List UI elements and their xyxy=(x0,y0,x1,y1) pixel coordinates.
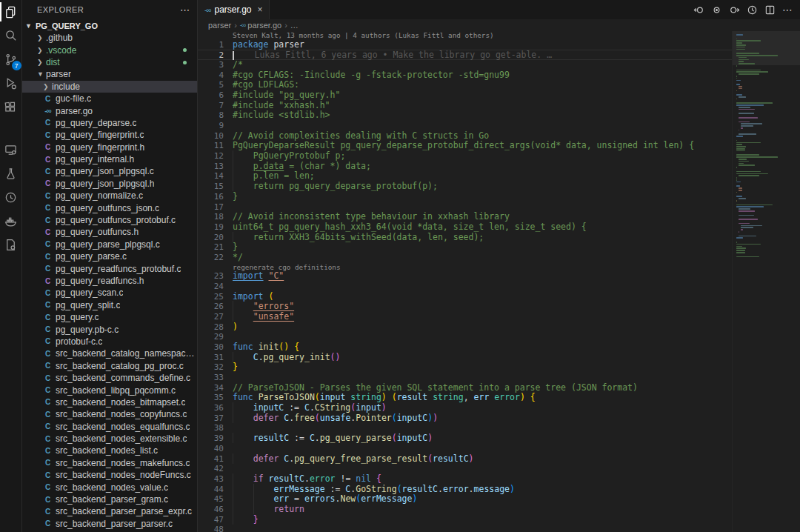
code-line-38[interactable]: 38 xyxy=(198,423,732,433)
code-line-17[interactable]: 17 xyxy=(198,202,732,213)
code-line-22[interactable]: 22*/ xyxy=(198,253,732,263)
code-line-35[interactable]: 35func ParseToJSON(input string) (result… xyxy=(198,393,732,403)
code-line-1[interactable]: 1package parser xyxy=(198,40,732,50)
tree-folder-.vscode[interactable]: ❯.vscode xyxy=(22,44,197,56)
code-line-3[interactable]: 3/* xyxy=(198,60,732,70)
code-line-47[interactable]: 47 } xyxy=(198,515,732,525)
testing-flask-icon[interactable] xyxy=(0,162,22,185)
code-line-16[interactable]: 16} xyxy=(198,192,732,202)
tree-file-pg_query.c[interactable]: Cpg_query.c xyxy=(22,311,197,323)
next-change-icon[interactable] xyxy=(729,4,740,16)
code-line-19[interactable]: 19uint64_t pg_query_hash_xxh3_64(void *d… xyxy=(198,222,732,233)
code-line-32[interactable]: 32} xyxy=(198,362,732,373)
tree-file-parser.go[interactable]: -∞parser.go xyxy=(22,104,197,116)
code-line-9[interactable]: 9 xyxy=(198,121,732,131)
code-line-40[interactable]: 40 xyxy=(198,444,732,454)
tree-file-pg_query_fingerprint.c[interactable]: Cpg_query_fingerprint.c xyxy=(22,129,197,141)
tree-file-pg_query_readfuncs_protobuf.c[interactable]: Cpg_query_readfuncs_protobuf.c xyxy=(22,262,197,274)
tree-file-src_backend_parser_parse_expr.c[interactable]: Csrc_backend_parser_parse_expr.c xyxy=(22,505,197,517)
close-tab-icon[interactable]: × xyxy=(258,4,263,15)
code-line-10[interactable]: 10// Avoid complexities dealing with C s… xyxy=(198,131,732,142)
code-line-44[interactable]: 44 errMessage := C.GoString(resultC.erro… xyxy=(198,485,732,495)
code-line-13[interactable]: 13 p.data = (char *) data; xyxy=(198,162,732,172)
tree-file-pg_query_outfuncs.h[interactable]: Cpg_query_outfuncs.h xyxy=(22,226,197,238)
split-editor-icon[interactable] xyxy=(764,4,776,16)
tree-file-pg_query.pb-c.c[interactable]: Cpg_query.pb-c.c xyxy=(22,323,197,335)
code-line-31[interactable]: 31 C.pg_query_init() xyxy=(198,353,732,363)
file-gear-icon[interactable] xyxy=(0,233,22,256)
tree-file-guc-file.c[interactable]: Cguc-file.c xyxy=(22,93,197,104)
tree-file-pg_query_parse_plpgsql.c[interactable]: Cpg_query_parse_plpgsql.c xyxy=(22,239,197,250)
previous-change-icon[interactable] xyxy=(693,4,704,16)
tree-file-pg_query_fingerprint.h[interactable]: Cpg_query_fingerprint.h xyxy=(22,142,197,153)
run-debug-icon[interactable] xyxy=(0,71,22,95)
breadcrumb-symbol[interactable]: … xyxy=(290,21,299,30)
remote-explorer-icon[interactable] xyxy=(0,138,22,162)
tree-file-src_backend_nodes_extensible.c[interactable]: Csrc_backend_nodes_extensible.c xyxy=(22,433,197,445)
code-line-5[interactable]: 5#cgo LDFLAGS: xyxy=(198,80,732,90)
tree-file-src_backend_nodes_makefuncs.c[interactable]: Csrc_backend_nodes_makefuncs.c xyxy=(22,457,197,469)
tree-folder-dist[interactable]: ❯dist xyxy=(22,56,197,68)
explorer-icon[interactable] xyxy=(0,0,22,24)
code-line-12[interactable]: 12 PgQueryProtobuf p; xyxy=(198,151,732,162)
code-line-28[interactable]: 28) xyxy=(198,322,732,333)
code-line-20[interactable]: 20 return XXH3_64bits_withSeed(data, len… xyxy=(198,233,732,243)
tree-file-src_backend_commands_define.c[interactable]: Csrc_backend_commands_define.c xyxy=(22,372,197,384)
tree-file-src_backend_nodes_nodeFuncs.c[interactable]: Csrc_backend_nodes_nodeFuncs.c xyxy=(22,469,197,481)
tree-file-pg_query_json_plpgsql.h[interactable]: Cpg_query_json_plpgsql.h xyxy=(22,178,197,190)
tree-file-src_backend_nodes_value.c[interactable]: Csrc_backend_nodes_value.c xyxy=(22,481,197,493)
tree-file-pg_query_outfuncs_protobuf.c[interactable]: Cpg_query_outfuncs_protobuf.c xyxy=(22,214,197,226)
code-line-26[interactable]: 26 "errors" xyxy=(198,302,732,312)
more-actions-icon[interactable]: ⋯ xyxy=(782,4,793,16)
tree-file-pg_query_json_plpgsql.c[interactable]: Cpg_query_json_plpgsql.c xyxy=(22,165,197,177)
tree-file-src_backend_libpq_pqcomm.c[interactable]: Csrc_backend_libpq_pqcomm.c xyxy=(22,384,197,396)
code-line-8[interactable]: 8#include <stdlib.h> xyxy=(198,110,732,121)
code-line-29[interactable]: 29 xyxy=(198,332,732,342)
code-line-45[interactable]: 45 err = errors.New(errMessage) xyxy=(198,494,732,505)
code-line-42[interactable]: 42 xyxy=(198,464,732,474)
tree-file-pg_query_readfuncs.h[interactable]: Cpg_query_readfuncs.h xyxy=(22,275,197,287)
code-line-41[interactable]: 41 defer C.pg_query_free_parse_result(re… xyxy=(198,454,732,465)
code-line-15[interactable]: 15 return pg_query_deparse_protobuf(p); xyxy=(198,182,732,192)
gitlens-icon[interactable] xyxy=(0,185,22,209)
tree-file-src_backend_catalog_pg_proc.c[interactable]: Csrc_backend_catalog_pg_proc.c xyxy=(22,360,197,372)
search-icon[interactable] xyxy=(0,24,22,47)
tree-file-pg_query_normalize.c[interactable]: Cpg_query_normalize.c xyxy=(22,190,197,202)
section-pg-query-go[interactable]: ▼ PG_QUERY_GO xyxy=(22,19,197,32)
minimap[interactable] xyxy=(732,31,800,532)
code-line-7[interactable]: 7#include "xxhash.h" xyxy=(198,101,732,111)
open-changes-icon[interactable] xyxy=(711,4,722,16)
tree-file-src_backend_nodes_equalfuncs.c[interactable]: Csrc_backend_nodes_equalfuncs.c xyxy=(22,421,197,433)
tree-file-pg_query_deparse.c[interactable]: Cpg_query_deparse.c xyxy=(22,117,197,129)
tree-file-src_backend_nodes_list.c[interactable]: Csrc_backend_nodes_list.c xyxy=(22,445,197,456)
tree-file-pg_query_internal.h[interactable]: Cpg_query_internal.h xyxy=(22,153,197,165)
code-line-4[interactable]: 4#cgo CFLAGS: -Iinclude -g -fstack-prote… xyxy=(198,70,732,81)
tree-file-src_backend_catalog_namespace.c[interactable]: Csrc_backend_catalog_namespace.c xyxy=(22,348,197,359)
code-line-24[interactable]: 24 xyxy=(198,282,732,292)
tree-folder-.github[interactable]: ❯.github xyxy=(22,32,197,44)
breadcrumb-folder[interactable]: parser xyxy=(208,21,231,30)
code-line-30[interactable]: 30func init() { xyxy=(198,342,732,353)
code-line-23[interactable]: 23import "C" xyxy=(198,271,732,282)
code-line-27[interactable]: 27 "unsafe" xyxy=(198,312,732,322)
code-line-43[interactable]: 43 if resultC.error != nil { xyxy=(198,474,732,485)
code-line-25[interactable]: 25import ( xyxy=(198,292,732,302)
tree-file-src_backend_nodes_bitmapset.c[interactable]: Csrc_backend_nodes_bitmapset.c xyxy=(22,396,197,408)
code-line-2[interactable]: 2Lukas Fittl, 6 years ago • Make the lib… xyxy=(198,50,732,60)
tree-file-src_backend_parser_parser.c[interactable]: Csrc_backend_parser_parser.c xyxy=(22,518,197,530)
tree-folder-include[interactable]: ❯include xyxy=(22,81,197,93)
tree-file-pg_query_split.c[interactable]: Cpg_query_split.c xyxy=(22,299,197,311)
code-line-11[interactable]: 11PgQueryDeparseResult pg_query_deparse_… xyxy=(198,141,732,151)
code-line-34[interactable]: 34// ParseToJSON - Parses the given SQL … xyxy=(198,383,732,393)
code-line-48[interactable]: 48 xyxy=(198,525,732,532)
extensions-icon[interactable] xyxy=(0,95,22,119)
explorer-more-actions-icon[interactable]: ⋯ xyxy=(180,4,190,16)
tree-file-pg_query_parse.c[interactable]: Cpg_query_parse.c xyxy=(22,250,197,262)
code-line-33[interactable]: 33 xyxy=(198,373,732,383)
code-line-18[interactable]: 18// Avoid inconsistent type behaviour i… xyxy=(198,212,732,222)
code-line-6[interactable]: 6#include "pg_query.h" xyxy=(198,90,732,101)
code-lines[interactable]: Steven Kalt, 13 months ago | 4 authors (… xyxy=(198,31,732,532)
source-control-icon[interactable]: 7 xyxy=(0,47,22,71)
tree-file-pg_query_outfuncs_json.c[interactable]: Cpg_query_outfuncs_json.c xyxy=(22,202,197,213)
timeline-icon[interactable] xyxy=(747,4,758,16)
